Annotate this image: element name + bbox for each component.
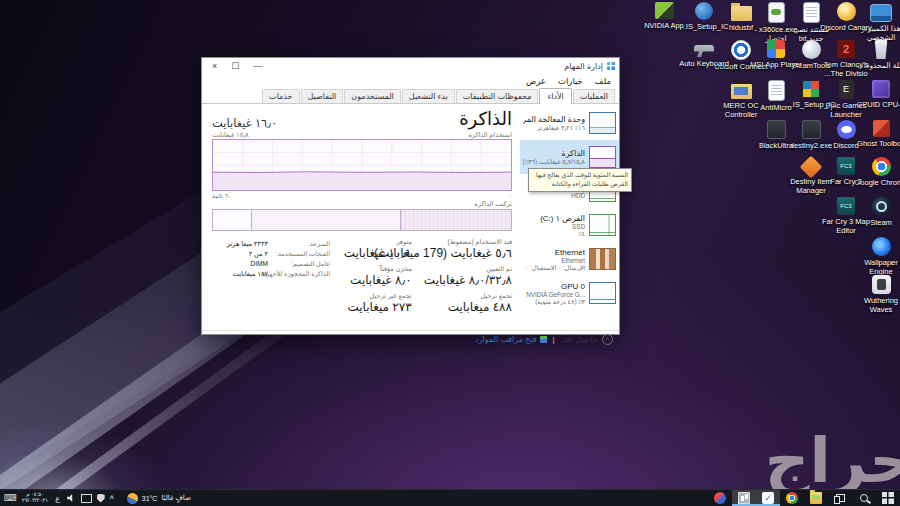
check-app-icon [762,492,774,504]
task-manager-window: إدارة المهام × ☐ — ملف خيارات عرض العملي… [201,57,620,335]
title-bar[interactable]: إدارة المهام × ☐ — [202,58,619,74]
tab-startup[interactable]: بدء التشغيل [402,89,455,103]
memory-usage-label: استخدام الذاكرة [468,131,512,139]
tab-processes[interactable]: العمليات [573,89,615,103]
menu-bar: ملف خيارات عرض [202,74,619,87]
volume-icon[interactable] [67,494,76,503]
tab-users[interactable]: المستخدمون [344,89,401,103]
taskbar-profile-app[interactable] [708,490,732,506]
menu-view[interactable]: عرض [526,76,546,86]
stat-value-available: ١٠٫١ غيغابايت [336,246,412,260]
memory-hardware-info: السرعة: ٢٣٣٣ ميغا هرتز الفتحات المستخدمة… [212,238,330,314]
tab-services[interactable]: خدمات [262,89,299,103]
task-manager-icon [738,492,750,504]
display-icon[interactable] [81,494,92,503]
taskbar-task-manager[interactable] [732,490,756,506]
disk0-type: HDD [540,192,585,199]
desktop-icon-fc3-map-editor[interactable]: Far Cry 3 Map Editor [817,197,875,236]
stat-label-available: متوفر [336,238,412,246]
memory-composition-bar[interactable] [212,209,512,231]
tab-details[interactable]: التفاصيل [301,89,344,103]
ethernet-sparkline [589,248,616,270]
sidebar-item-gpu[interactable]: GPU 0 ...NVIDIA GeForce G ٣٪ (٤٨ درجة مئ… [520,276,619,310]
maximize-button[interactable]: ☐ [231,59,239,73]
folder-icon [731,6,752,21]
menu-options[interactable]: خيارات [558,76,583,86]
ethernet-name: Ethernet [523,257,585,264]
hidden-icons-chevron[interactable]: ^ [110,494,114,503]
ubisoft-icon [731,40,751,60]
performance-sidebar: وحدة المعالجة المرك ١٦٪ ٣٫٢١ غيغاهرتز ال… [520,104,619,330]
memory-usage-graph [212,139,512,191]
taskbar-clock[interactable]: ٠٤:٥٠ م ٢٧/٠٣/٢٠٢١ [22,492,48,504]
stat-value-paged-pool: ٤٨٨ ميغابايت [412,300,512,314]
stat-label-nonpaged-pool: تجمع غير ترحيل [336,292,412,300]
taskbar-search[interactable] [852,490,876,506]
stat-value-committed: ٨٫٠/٣٢٫٨ غيغابايت [412,273,512,287]
language-indicator[interactable]: ع [53,494,61,503]
fewer-details-button[interactable]: ᐱ تفاصيل أقل [561,334,613,345]
stat-label-committed: تم التعيين [412,265,512,273]
desktop-icon-merc-oc[interactable]: MERC OC Controller [712,80,770,120]
minimize-button[interactable]: — [253,59,262,73]
fewer-details-label: تفاصيل أقل [561,335,599,344]
taskbar-task-view[interactable] [828,490,852,506]
menu-file[interactable]: ملف [595,76,611,86]
nvidia-icon [655,2,674,19]
sidebar-item-ethernet[interactable]: Ethernet Ethernet الإرسال: ٠ الاستقبال: … [520,242,619,276]
open-resource-monitor-link[interactable]: فتح مراقب الموارد [475,335,547,344]
desktop-icon-nvidia-app[interactable]: NVIDIA App [635,2,693,30]
text-document-icon [803,2,820,23]
memory-title: الذاكرة [523,149,585,158]
sidebar-item-cpu[interactable]: وحدة المعالجة المرك ١٦٪ ٣٫٢١ غيغاهرتز [520,106,619,140]
weather-temp: 31°C [142,495,158,502]
desktop-icon-wuthering-waves[interactable]: Wuthering Waves [852,275,900,315]
touch-keyboard-icon[interactable]: ⌨ [4,493,17,503]
resource-monitor-label: فتح مراقب الموارد [475,335,537,344]
icon-label: Auto Keyboard [675,59,733,68]
taskbar-check-app[interactable] [756,490,780,506]
tab-performance[interactable]: الأداء [539,88,571,104]
disk1-sparkline [589,214,616,236]
chrome-icon [786,492,798,504]
time-axis-0: ٠ [509,192,512,199]
taskbar-file-explorer[interactable] [804,490,828,506]
taskbar-start[interactable] [876,490,900,506]
blackultra-icon [767,120,786,139]
close-button[interactable]: × [212,59,217,73]
info-value-speed: ٢٣٣٣ ميغا هرتز [212,240,268,248]
ethernet-title: Ethernet [523,248,585,257]
gpu-stats: ٣٪ (٤٨ درجة مئوية) [526,298,585,305]
stat-label-cached: مخزن مؤقتاً [336,265,412,273]
desktop-icon-wallpaper-engine[interactable]: Wallpaper Engine [852,237,900,277]
tab-app-history[interactable]: محفوظات التطبيقات [456,89,539,103]
gpu-name: ...NVIDIA GeForce G [526,291,585,298]
sidebar-item-disk1[interactable]: القرص ١ (:C) SSD ٤٪ [520,208,619,242]
haraj-watermark: حراج [765,430,900,492]
stat-value-cached: ٨٫٠ غيغابايت [336,273,412,287]
destiny-item-manager-icon [800,156,823,179]
icon-label: Wuthering Waves [852,296,900,315]
resource-monitor-icon [540,336,547,343]
taskbar-chrome[interactable] [780,490,804,506]
weather-widget[interactable]: 31°C صافٍ غالبًا [127,493,191,504]
desktop-icon-dim[interactable]: Destiny Item Manager [782,157,840,196]
security-shield-icon[interactable] [97,494,105,503]
info-label-speed: السرعة: [268,240,330,248]
taskbar-apps [708,490,900,506]
memory-sparkline [589,146,616,168]
icon-label: Far Cry 3 Map Editor [817,217,875,236]
info-label-form-factor: عامل التصميم: [268,260,330,268]
icon-label: BlackUltra [747,141,805,150]
memory-stats: ٥٫٧/١٥٫٨ غيغابايت (٣٦٪) [523,158,585,165]
chevron-up-circle-icon: ᐱ [602,334,613,345]
desktop-icon-auto-keyboard[interactable]: Auto Keyboard [675,40,733,68]
ghost-toolbox-icon [873,120,890,137]
wallpaper-engine-icon [872,237,891,256]
icon-label: Wallpaper Engine [852,258,900,277]
desktop-icon-blackultra[interactable]: BlackUltra [747,120,805,150]
merc-folder-icon [731,84,752,99]
divider: | [553,335,555,344]
icon-label: Destiny Item Manager [782,177,840,196]
memory-page-title: الذاكرة [459,108,512,130]
